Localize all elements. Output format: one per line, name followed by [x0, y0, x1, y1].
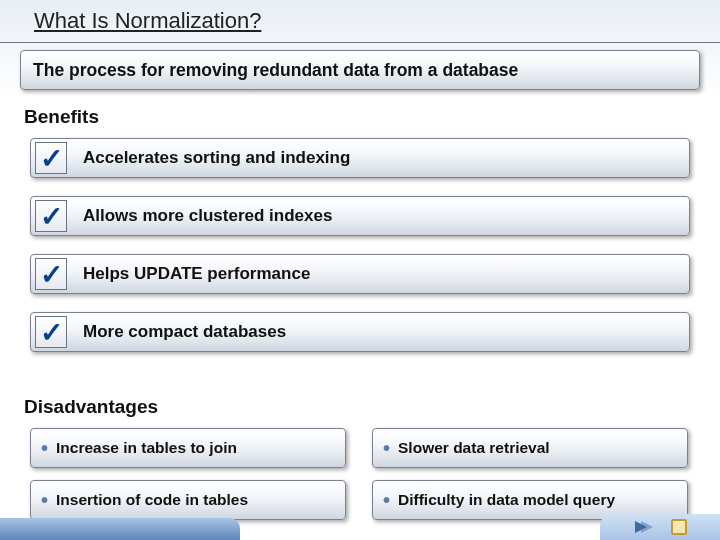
- bullet-icon: •: [41, 438, 48, 458]
- svg-marker-1: [641, 521, 653, 533]
- bullet-icon: •: [383, 490, 390, 510]
- bullet-icon: •: [41, 490, 48, 510]
- benefit-item: ✓ More compact databases: [30, 312, 690, 352]
- benefit-item: ✓ Helps UPDATE performance: [30, 254, 690, 294]
- check-icon: ✓: [35, 200, 67, 232]
- disadvantage-text: Insertion of code in tables: [56, 491, 248, 509]
- disadvantage-text: Difficulty in data model query: [398, 491, 615, 509]
- disadvantage-item: • Slower data retrieval: [372, 428, 688, 468]
- footer-nav: [600, 514, 720, 540]
- benefits-heading: Benefits: [24, 106, 99, 128]
- disadvantage-item: • Increase in tables to join: [30, 428, 346, 468]
- check-icon: ✓: [35, 316, 67, 348]
- slide: What Is Normalization? The process for r…: [0, 0, 720, 540]
- stop-icon[interactable]: [671, 519, 687, 535]
- check-icon: ✓: [35, 142, 67, 174]
- disadvantage-text: Slower data retrieval: [398, 439, 550, 457]
- benefit-text: Helps UPDATE performance: [83, 264, 310, 284]
- disadvantage-item: • Insertion of code in tables: [30, 480, 346, 520]
- bullet-icon: •: [383, 438, 390, 458]
- benefit-text: More compact databases: [83, 322, 286, 342]
- footer-left-decoration: [0, 518, 240, 540]
- check-icon: ✓: [35, 258, 67, 290]
- disadvantages-heading: Disadvantages: [24, 396, 158, 418]
- disadvantage-text: Increase in tables to join: [56, 439, 237, 457]
- definition-bar: The process for removing redundant data …: [20, 50, 700, 90]
- benefit-text: Allows more clustered indexes: [83, 206, 332, 226]
- page-title: What Is Normalization?: [34, 8, 261, 34]
- benefit-text: Accelerates sorting and indexing: [83, 148, 350, 168]
- next-arrow-icon[interactable]: [633, 518, 653, 536]
- benefit-item: ✓ Allows more clustered indexes: [30, 196, 690, 236]
- benefit-item: ✓ Accelerates sorting and indexing: [30, 138, 690, 178]
- title-divider: [0, 42, 720, 43]
- definition-text: The process for removing redundant data …: [33, 60, 518, 81]
